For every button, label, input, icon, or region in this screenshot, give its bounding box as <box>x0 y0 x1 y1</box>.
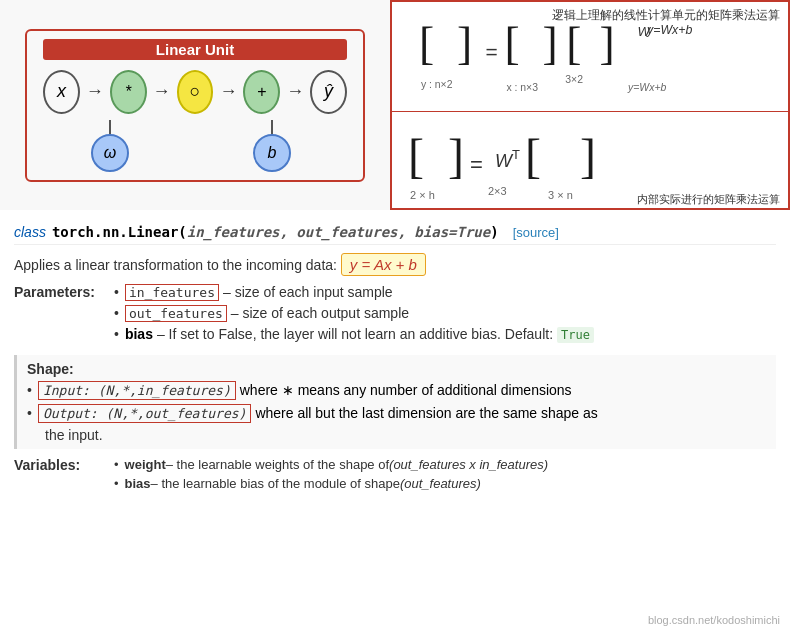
formula-box: y = Ax + b <box>341 253 426 276</box>
add-node: + <box>243 70 280 114</box>
arrow3: → <box>219 81 237 102</box>
output-shape-desc-continued: the input. <box>45 427 766 443</box>
source-link[interactable]: [source] <box>513 225 559 240</box>
svg-text:2×3: 2×3 <box>488 185 507 197</box>
params-label: Parameters: <box>14 284 104 347</box>
top-section: Linear Unit x → * → ○ → <box>0 0 790 210</box>
output-node: ŷ <box>310 70 347 114</box>
svg-text:]: ] <box>448 129 464 182</box>
svg-text:=: = <box>486 40 498 63</box>
var-desc-bias: – the learnable bias of the module of sh… <box>151 476 400 491</box>
param-name-bias: bias <box>125 326 153 342</box>
var-name-weight: weight <box>125 457 166 472</box>
variables-content: • weight – the learnable weights of the … <box>114 457 776 495</box>
class-name: torch.nn.Linear <box>52 224 178 240</box>
param-item-in-features: • in_features – size of each input sampl… <box>114 284 776 301</box>
arrow2: → <box>153 81 171 102</box>
var-italic-weight: (out_features x in_features) <box>389 457 548 472</box>
bias-node: b <box>253 134 291 172</box>
params-section: Parameters: • in_features – size of each… <box>14 284 776 347</box>
var-desc-weight: – the learnable weights of the shape of <box>166 457 389 472</box>
variables-section: Variables: • weight – the learnable weig… <box>14 457 776 495</box>
math-lower-title: 内部实际进行的矩阵乘法运算 <box>637 192 780 207</box>
shape-item-output: • Output: (N,*,out_features) where all b… <box>27 404 766 423</box>
svg-text:]: ] <box>580 129 596 182</box>
svg-text:x : n×3: x : n×3 <box>506 82 538 93</box>
applies-line: Applies a linear transformation to the i… <box>14 253 776 276</box>
var-italic-bias: (out_features) <box>400 476 481 491</box>
multiply-node: * <box>110 70 147 114</box>
doc-section: class torch.nn.Linear(in_features, out_f… <box>0 210 790 509</box>
svg-text:]: ] <box>457 18 472 69</box>
shape-item-input: • Input: (N,*,in_features) where ∗ means… <box>27 381 766 400</box>
svg-text:3×2: 3×2 <box>565 74 583 85</box>
true-badge: True <box>557 327 594 343</box>
svg-text:y : n×2: y : n×2 <box>421 79 453 90</box>
var-name-bias: bias <box>125 476 151 491</box>
watermark: blog.csdn.net/kodoshimichi <box>648 614 780 626</box>
variables-label: Variables: <box>14 457 104 495</box>
math-lower: 内部实际进行的矩阵乘法运算 [ ] = W T [ ] 2 × h 2×3 3 … <box>392 112 788 210</box>
class-params: in_features, out_features, bias=True <box>187 224 490 240</box>
input-shape-desc: where ∗ means any number of additional d… <box>240 382 572 398</box>
diagram-panel: Linear Unit x → * → ○ → <box>0 0 390 210</box>
math-upper: 逻辑上理解的线性计算单元的矩阵乘法运算 [ ] = [ ] [ ] W y=Wx… <box>392 2 788 112</box>
arrow4: → <box>286 81 304 102</box>
class-paren-close: ) <box>490 224 498 240</box>
svg-text:[: [ <box>505 18 520 69</box>
param-name-in-features: in_features <box>125 284 219 301</box>
weight-node: ω <box>91 134 129 172</box>
output-shape-box: Output: (N,*,out_features) <box>38 404 252 423</box>
svg-text:[: [ <box>419 18 434 69</box>
output-shape-desc: where all but the last dimension are the… <box>255 405 597 421</box>
param-item-bias: • bias – If set to False, the layer will… <box>114 326 776 343</box>
svg-text:y=Wx+b: y=Wx+b <box>627 82 666 93</box>
input-node: x <box>43 70 80 114</box>
svg-text:]: ] <box>600 18 615 69</box>
svg-text:[: [ <box>408 129 424 182</box>
arrow1: → <box>86 81 104 102</box>
svg-text:T: T <box>512 147 520 162</box>
math-upper-title: 逻辑上理解的线性计算单元的矩阵乘法运算 <box>552 7 780 24</box>
svg-text:3 × n: 3 × n <box>548 189 573 201</box>
linear-unit-title: Linear Unit <box>43 39 347 60</box>
shape-section: Shape: • Input: (N,*,in_features) where … <box>14 355 776 449</box>
svg-text:[: [ <box>525 129 541 182</box>
svg-text:=: = <box>470 152 483 177</box>
svg-text:y=Wx+b: y=Wx+b <box>646 23 692 37</box>
svg-text:]: ] <box>543 18 558 69</box>
shape-label: Shape: <box>27 361 766 377</box>
var-item-bias: • bias – the learnable bias of the modul… <box>114 476 776 491</box>
param-desc-bias: – If set to False, the layer will not le… <box>157 326 553 342</box>
svg-text:2 × h: 2 × h <box>410 189 435 201</box>
svg-text:[: [ <box>566 18 581 69</box>
params-content: • in_features – size of each input sampl… <box>114 284 776 347</box>
math-panel: 逻辑上理解的线性计算单元的矩阵乘法运算 [ ] = [ ] [ ] W y=Wx… <box>390 0 790 210</box>
param-item-out-features: • out_features – size of each output sam… <box>114 305 776 322</box>
param-desc-out-features: – size of each output sample <box>231 305 409 321</box>
var-item-weight: • weight – the learnable weights of the … <box>114 457 776 472</box>
class-line: class torch.nn.Linear(in_features, out_f… <box>14 218 776 245</box>
class-paren-open: ( <box>178 224 186 240</box>
class-keyword: class <box>14 224 46 240</box>
param-desc-in-features: – size of each input sample <box>223 284 393 300</box>
input-shape-box: Input: (N,*,in_features) <box>38 381 236 400</box>
activation-node: ○ <box>177 70 214 114</box>
param-name-out-features: out_features <box>125 305 227 322</box>
applies-text: Applies a linear transformation to the i… <box>14 257 337 273</box>
